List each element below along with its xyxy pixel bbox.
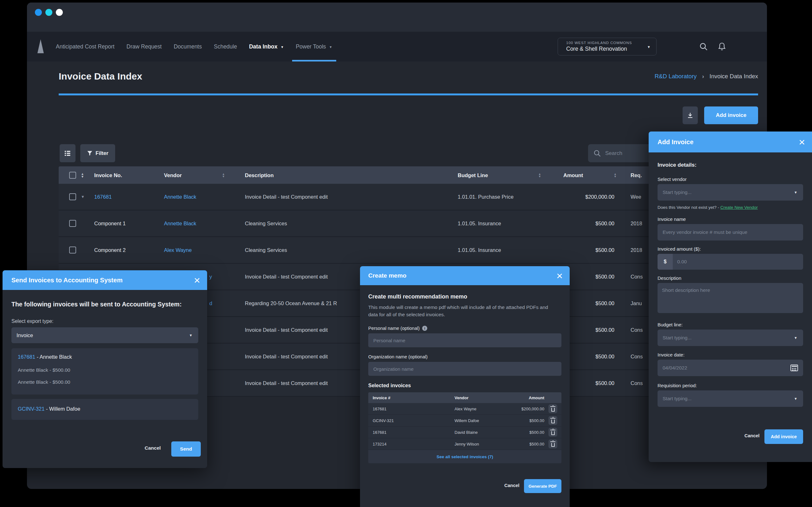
memo-cell-invoice: 167681 xyxy=(373,406,386,411)
sort-updown-icon[interactable]: ▲▼ xyxy=(81,172,84,178)
cell-budget-line: 1.01.05. Insurance xyxy=(458,221,501,227)
invoice-date-label: Invoice date: xyxy=(658,352,684,357)
requisition-period-select[interactable]: Start typing... ▼ xyxy=(658,390,803,407)
sort-icon[interactable]: ▲▼ xyxy=(614,173,617,178)
budget-line-select[interactable]: Start typing... ▼ xyxy=(658,330,803,346)
nav-item-label: Power Tools xyxy=(296,43,326,50)
memo-cell-amount: $200,000.00 xyxy=(497,406,544,411)
window-dot-cyan[interactable] xyxy=(45,9,52,16)
window-titlebar xyxy=(27,3,767,32)
delete-invoice-button[interactable] xyxy=(548,428,557,437)
invoiced-amount-label: Invoiced amount ($): xyxy=(658,246,701,251)
memo-cell-vendor: Alex Wayne xyxy=(455,406,476,411)
cell-req: Janu xyxy=(630,300,642,306)
send-group-vendor: - Willem Dafoe xyxy=(44,406,80,412)
chevron-down-icon: ▼ xyxy=(794,190,798,194)
organization-name-input[interactable]: Organization name xyxy=(368,362,561,376)
cell-vendor[interactable]: Annette Black xyxy=(164,221,196,227)
memo-header-amount: Amount xyxy=(497,395,544,400)
nav-item-draw-request[interactable]: Draw Request xyxy=(126,32,162,61)
memo-heading: Create multi recommendation memo xyxy=(368,293,467,300)
generate-pdf-button[interactable]: Generate PDF xyxy=(524,479,561,493)
delete-invoice-button[interactable] xyxy=(548,416,557,425)
cell-vendor[interactable]: Alex Wayne xyxy=(164,247,192,253)
project-selector[interactable]: 100 WEST HIGHLAND COMMONS Core & Shell R… xyxy=(558,38,657,55)
header-amount[interactable]: Amount xyxy=(563,172,583,178)
sort-icon[interactable]: ▲▼ xyxy=(222,173,225,178)
nav-item-data-inbox[interactable]: Data Inbox▼ xyxy=(249,32,284,61)
cell-req: 2018 xyxy=(630,221,642,227)
invoiced-amount-input[interactable]: $ 0.00 xyxy=(658,254,803,270)
header-vendor[interactable]: Vendor xyxy=(164,172,182,178)
invoice-name-input[interactable]: Every vendor invoice # must be unique xyxy=(658,224,803,240)
row-checkbox[interactable] xyxy=(69,220,76,227)
cell-vendor[interactable]: Annette Black xyxy=(164,194,196,200)
cell-invoice-no[interactable]: 167681 xyxy=(94,194,112,200)
project-eyebrow: 100 WEST HIGHLAND COMMONS xyxy=(566,41,656,45)
close-icon[interactable]: × xyxy=(799,136,805,147)
delete-invoice-button[interactable] xyxy=(548,440,557,448)
personal-name-input[interactable]: Personal name xyxy=(368,333,561,347)
cell-invoice-no: Component 1 xyxy=(94,221,125,227)
nav-item-anticipated-cost-report[interactable]: Anticipated Cost Report xyxy=(56,32,114,61)
search-icon[interactable] xyxy=(699,42,708,51)
add-invoice-submit-label: Add invoice xyxy=(771,434,797,439)
nav-items: Anticipated Cost ReportDraw RequestDocum… xyxy=(56,32,333,61)
window-dot-blue[interactable] xyxy=(35,9,42,16)
create-new-vendor-link[interactable]: Create New Vendor xyxy=(720,205,758,210)
nav-item-power-tools[interactable]: Power Tools▼ xyxy=(296,32,333,61)
select-all-checkbox[interactable] xyxy=(69,172,76,179)
bell-icon[interactable] xyxy=(717,42,727,51)
calendar-icon xyxy=(791,365,798,372)
cell-description: Invoice Detail - test Component edit xyxy=(245,380,328,386)
export-type-select[interactable]: Invoice ▼ xyxy=(11,327,198,343)
send-button[interactable]: Send xyxy=(171,441,201,457)
nav-item-documents[interactable]: Documents xyxy=(174,32,202,61)
column-settings-button[interactable] xyxy=(60,144,75,162)
add-invoice-button-label: Add invoice xyxy=(716,112,746,118)
invoice-name-placeholder: Every vendor invoice # must be unique xyxy=(663,229,747,235)
delete-invoice-button[interactable] xyxy=(548,404,557,413)
sort-icon[interactable]: ▲▼ xyxy=(538,173,541,178)
invoice-number-link[interactable]: 167681 xyxy=(18,354,35,360)
add-invoice-button[interactable]: Add invoice xyxy=(704,107,758,124)
breadcrumb-parent-link[interactable]: R&D Laboratory xyxy=(655,73,697,79)
header-invoice-no[interactable]: Invoice No. xyxy=(94,172,122,178)
header-budget-line[interactable]: Budget Line xyxy=(458,172,488,178)
trash-icon xyxy=(551,431,555,435)
download-button[interactable] xyxy=(682,107,698,124)
cell-description: Cleaning Services xyxy=(245,247,287,253)
row-checkbox[interactable] xyxy=(69,246,76,253)
send-modal-title: Send Invoices to Accounting System xyxy=(11,277,122,284)
memo-description: This module will create a memo pdf which… xyxy=(368,303,555,318)
expand-caret-icon[interactable]: ▼ xyxy=(81,194,85,199)
header-description[interactable]: Description xyxy=(245,172,274,178)
app-logo-icon[interactable] xyxy=(38,39,44,53)
send-button-label: Send xyxy=(180,446,192,452)
cell-description: Invoice Detail - test Component edit xyxy=(245,274,328,280)
see-all-link[interactable]: See all selected invoices (7) xyxy=(437,454,493,459)
vendor-hint: Does this Vendor not exist yet? - Create… xyxy=(658,205,758,210)
invoice-number-link[interactable]: GCINV-321 xyxy=(18,406,44,412)
invoice-date-input[interactable]: 04/04/2022 xyxy=(658,360,803,376)
cell-description: Invoice Detail - test Component edit xyxy=(245,327,328,333)
cell-description: Invoice Detail - test Component edit xyxy=(245,194,328,200)
filter-button[interactable]: Filter xyxy=(80,144,115,162)
info-icon[interactable] xyxy=(422,326,427,331)
window-dot-white[interactable] xyxy=(56,9,63,16)
breadcrumb-current: Invoice Data Index xyxy=(710,73,758,79)
cell-description: Regarding 20-50 Ocean Avenue & 21 R xyxy=(245,300,337,306)
cancel-button[interactable]: Cancel xyxy=(145,445,161,451)
header-req[interactable]: Req. xyxy=(630,172,642,178)
nav-item-schedule[interactable]: Schedule xyxy=(214,32,237,61)
memo-modal-header: Create memo × xyxy=(360,266,570,285)
add-invoice-submit-button[interactable]: Add invoice xyxy=(764,429,803,444)
row-checkbox[interactable] xyxy=(69,193,76,200)
memo-modal-title: Create memo xyxy=(368,272,406,279)
close-icon[interactable]: × xyxy=(194,275,200,285)
description-textarea[interactable]: Short description here xyxy=(658,283,803,313)
cancel-button[interactable]: Cancel xyxy=(504,483,519,488)
vendor-select[interactable]: Start typing... ▼ xyxy=(658,184,803,201)
close-icon[interactable]: × xyxy=(556,270,563,281)
cancel-button[interactable]: Cancel xyxy=(745,433,760,438)
